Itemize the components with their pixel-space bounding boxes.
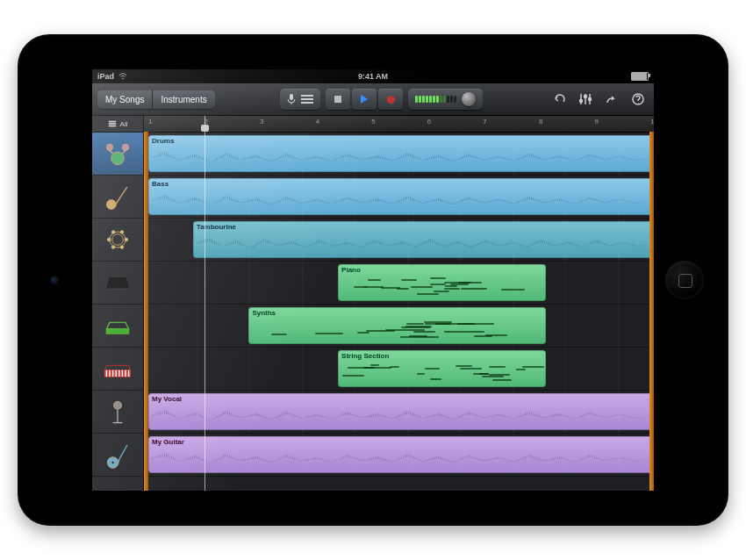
svg-point-15: [106, 200, 116, 210]
svg-point-24: [114, 401, 122, 409]
svg-point-13: [106, 144, 112, 150]
svg-point-22: [111, 231, 115, 234]
track-lane[interactable]: Synths: [144, 305, 654, 348]
region[interactable]: Bass: [148, 178, 654, 215]
track-header[interactable]: [92, 305, 143, 348]
region[interactable]: Synths: [248, 307, 545, 344]
svg-point-5: [580, 100, 583, 103]
svg-point-0: [122, 78, 124, 80]
region[interactable]: String Section: [338, 350, 546, 387]
settings-button[interactable]: [601, 89, 622, 110]
ios-status-bar: iPad 9:41 AM: [92, 69, 654, 83]
carrier-label: iPad: [97, 72, 114, 81]
svg-rect-11: [108, 126, 115, 127]
svg-rect-4: [301, 102, 313, 104]
midi-notes: [341, 363, 542, 384]
record-button[interactable]: [378, 89, 403, 110]
help-button[interactable]: [628, 89, 649, 110]
ruler[interactable]: 12345678910: [144, 116, 654, 133]
track-lane[interactable]: Tambourine: [144, 219, 654, 262]
screen: iPad 9:41 AM My Songs Instruments: [92, 69, 654, 491]
clock: 9:41 AM: [92, 72, 654, 81]
waveform: [150, 406, 654, 427]
transport-controls: [326, 89, 403, 110]
ruler-mark: 8: [539, 118, 542, 126]
undo-button[interactable]: [549, 89, 570, 110]
ruler-mark: 9: [594, 118, 598, 126]
track-header-column: All: [92, 116, 144, 491]
left-rail: [144, 132, 148, 491]
track-header[interactable]: [92, 176, 143, 219]
level-meter: [415, 96, 456, 103]
track-lane[interactable]: Bass: [144, 176, 654, 219]
volume-knob-icon[interactable]: [462, 92, 476, 106]
stop-button[interactable]: [326, 89, 350, 110]
svg-point-26: [111, 461, 115, 464]
region-label: My Vocal: [152, 395, 182, 403]
ipad-bezel: iPad 9:41 AM My Songs Instruments: [18, 34, 728, 526]
track-header[interactable]: [92, 262, 143, 305]
track-lane[interactable]: String Section: [144, 348, 654, 391]
drum-kit-icon: [101, 137, 134, 170]
svg-rect-3: [301, 98, 313, 100]
play-button[interactable]: [352, 89, 377, 110]
input-mode[interactable]: [280, 89, 320, 110]
svg-rect-9: [108, 121, 115, 123]
workspace: All 12345678910 DrumsBassTambourinePiano…: [92, 116, 654, 491]
front-camera: [51, 276, 58, 284]
svg-point-14: [122, 144, 128, 150]
midi-notes: [341, 276, 542, 298]
region-label: String Section: [341, 352, 389, 360]
battery-icon: [631, 72, 649, 81]
ruler-mark: 4: [316, 118, 319, 126]
svg-point-6: [585, 96, 587, 98]
svg-point-19: [120, 246, 124, 249]
region-label: Piano: [341, 266, 361, 274]
piano-icon: [101, 266, 134, 299]
ruler-mark: 7: [483, 118, 486, 126]
instruments-button[interactable]: Instruments: [152, 90, 214, 109]
ruler-mark: 1: [148, 118, 152, 126]
track-header[interactable]: [92, 434, 143, 477]
wifi-icon: [118, 72, 127, 81]
region[interactable]: My Vocal: [148, 393, 654, 430]
mixer-button[interactable]: [575, 89, 596, 110]
svg-point-17: [112, 234, 124, 246]
region-label: Drums: [152, 137, 174, 145]
ruler-mark: 5: [371, 118, 375, 126]
waveform: [195, 233, 654, 255]
list-icon: [301, 94, 313, 104]
region-label: Tambourine: [197, 223, 236, 231]
ruler-mark: 3: [260, 118, 263, 126]
track-filter[interactable]: All: [92, 116, 143, 133]
synth-icon: [101, 309, 134, 342]
master-volume[interactable]: [408, 89, 483, 110]
track-lane[interactable]: Piano: [144, 262, 654, 305]
waveform: [150, 190, 654, 212]
track-header[interactable]: [92, 219, 143, 262]
microphone-icon: [101, 395, 134, 428]
ruler-mark: 10: [650, 118, 654, 126]
region[interactable]: Drums: [148, 135, 654, 172]
svg-point-18: [125, 238, 128, 241]
svg-rect-2: [301, 95, 313, 97]
playhead[interactable]: [204, 116, 205, 491]
home-button[interactable]: [665, 261, 704, 299]
track-lane[interactable]: My Vocal: [144, 391, 654, 434]
region-label: Bass: [152, 180, 169, 188]
track-header[interactable]: [92, 391, 143, 434]
region[interactable]: Piano: [338, 264, 546, 301]
svg-point-12: [111, 152, 124, 164]
timeline[interactable]: 12345678910 DrumsBassTambourinePianoSynt…: [144, 116, 654, 491]
track-header[interactable]: [92, 348, 143, 391]
track-lane[interactable]: My Guitar: [144, 434, 654, 477]
svg-point-21: [107, 238, 111, 241]
my-songs-button[interactable]: My Songs: [97, 90, 152, 109]
bass-guitar-icon: [101, 180, 134, 213]
region[interactable]: Tambourine: [193, 221, 654, 258]
guitar-icon: [101, 438, 134, 471]
track-header[interactable]: [92, 133, 143, 176]
track-lanes: DrumsBassTambourinePianoSynthsString Sec…: [144, 133, 654, 477]
track-lane[interactable]: Drums: [144, 133, 654, 176]
region[interactable]: My Guitar: [148, 436, 654, 473]
